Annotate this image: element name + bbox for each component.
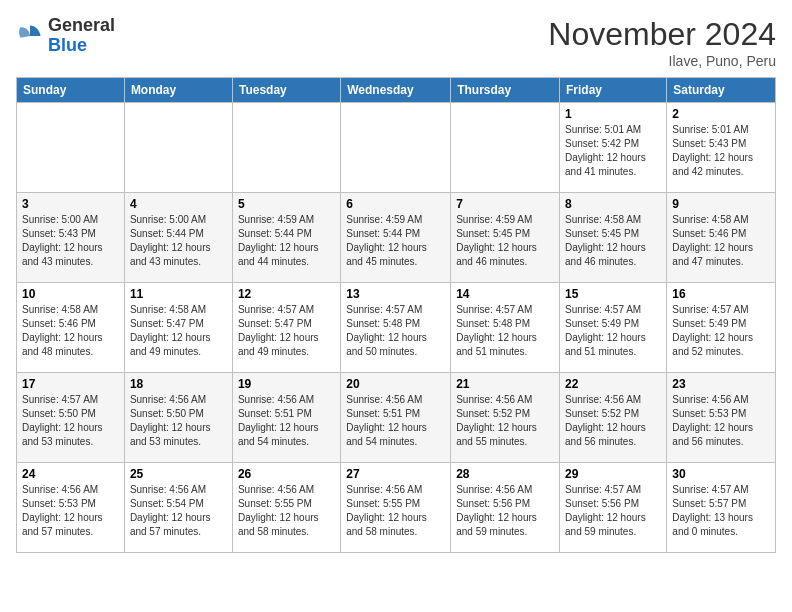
day-number: 30 — [672, 467, 770, 481]
day-cell: 13Sunrise: 4:57 AM Sunset: 5:48 PM Dayli… — [341, 283, 451, 373]
day-info: Sunrise: 4:57 AM Sunset: 5:48 PM Dayligh… — [346, 303, 445, 359]
day-cell: 20Sunrise: 4:56 AM Sunset: 5:51 PM Dayli… — [341, 373, 451, 463]
day-info: Sunrise: 4:56 AM Sunset: 5:50 PM Dayligh… — [130, 393, 227, 449]
week-row-5: 24Sunrise: 4:56 AM Sunset: 5:53 PM Dayli… — [17, 463, 776, 553]
day-cell: 17Sunrise: 4:57 AM Sunset: 5:50 PM Dayli… — [17, 373, 125, 463]
day-info: Sunrise: 4:56 AM Sunset: 5:54 PM Dayligh… — [130, 483, 227, 539]
day-cell: 4Sunrise: 5:00 AM Sunset: 5:44 PM Daylig… — [124, 193, 232, 283]
day-info: Sunrise: 4:58 AM Sunset: 5:45 PM Dayligh… — [565, 213, 661, 269]
day-cell: 21Sunrise: 4:56 AM Sunset: 5:52 PM Dayli… — [451, 373, 560, 463]
title-block: November 2024 Ilave, Puno, Peru — [548, 16, 776, 69]
day-info: Sunrise: 4:56 AM Sunset: 5:55 PM Dayligh… — [346, 483, 445, 539]
day-number: 16 — [672, 287, 770, 301]
day-info: Sunrise: 4:56 AM Sunset: 5:55 PM Dayligh… — [238, 483, 335, 539]
day-cell: 18Sunrise: 4:56 AM Sunset: 5:50 PM Dayli… — [124, 373, 232, 463]
day-info: Sunrise: 4:57 AM Sunset: 5:47 PM Dayligh… — [238, 303, 335, 359]
day-info: Sunrise: 5:00 AM Sunset: 5:44 PM Dayligh… — [130, 213, 227, 269]
day-cell — [124, 103, 232, 193]
day-info: Sunrise: 4:57 AM Sunset: 5:57 PM Dayligh… — [672, 483, 770, 539]
location-subtitle: Ilave, Puno, Peru — [548, 53, 776, 69]
day-info: Sunrise: 4:56 AM Sunset: 5:56 PM Dayligh… — [456, 483, 554, 539]
day-info: Sunrise: 5:01 AM Sunset: 5:43 PM Dayligh… — [672, 123, 770, 179]
month-title: November 2024 — [548, 16, 776, 53]
day-number: 10 — [22, 287, 119, 301]
day-number: 21 — [456, 377, 554, 391]
day-info: Sunrise: 5:00 AM Sunset: 5:43 PM Dayligh… — [22, 213, 119, 269]
day-cell: 8Sunrise: 4:58 AM Sunset: 5:45 PM Daylig… — [560, 193, 667, 283]
day-cell: 22Sunrise: 4:56 AM Sunset: 5:52 PM Dayli… — [560, 373, 667, 463]
day-cell: 25Sunrise: 4:56 AM Sunset: 5:54 PM Dayli… — [124, 463, 232, 553]
day-cell: 12Sunrise: 4:57 AM Sunset: 5:47 PM Dayli… — [232, 283, 340, 373]
day-number: 20 — [346, 377, 445, 391]
week-row-3: 10Sunrise: 4:58 AM Sunset: 5:46 PM Dayli… — [17, 283, 776, 373]
day-number: 2 — [672, 107, 770, 121]
day-info: Sunrise: 5:01 AM Sunset: 5:42 PM Dayligh… — [565, 123, 661, 179]
calendar-table: SundayMondayTuesdayWednesdayThursdayFrid… — [16, 77, 776, 553]
logo-blue-text: Blue — [48, 35, 87, 55]
day-cell: 6Sunrise: 4:59 AM Sunset: 5:44 PM Daylig… — [341, 193, 451, 283]
day-number: 22 — [565, 377, 661, 391]
day-number: 7 — [456, 197, 554, 211]
page-header: General Blue November 2024 Ilave, Puno, … — [16, 16, 776, 69]
day-number: 4 — [130, 197, 227, 211]
day-number: 29 — [565, 467, 661, 481]
day-info: Sunrise: 4:57 AM Sunset: 5:56 PM Dayligh… — [565, 483, 661, 539]
weekday-header-thursday: Thursday — [451, 78, 560, 103]
day-number: 18 — [130, 377, 227, 391]
weekday-header-wednesday: Wednesday — [341, 78, 451, 103]
day-info: Sunrise: 4:56 AM Sunset: 5:52 PM Dayligh… — [456, 393, 554, 449]
day-cell: 30Sunrise: 4:57 AM Sunset: 5:57 PM Dayli… — [667, 463, 776, 553]
day-cell: 7Sunrise: 4:59 AM Sunset: 5:45 PM Daylig… — [451, 193, 560, 283]
day-number: 6 — [346, 197, 445, 211]
day-cell: 14Sunrise: 4:57 AM Sunset: 5:48 PM Dayli… — [451, 283, 560, 373]
day-info: Sunrise: 4:56 AM Sunset: 5:53 PM Dayligh… — [672, 393, 770, 449]
day-info: Sunrise: 4:56 AM Sunset: 5:53 PM Dayligh… — [22, 483, 119, 539]
weekday-header-monday: Monday — [124, 78, 232, 103]
weekday-header-friday: Friday — [560, 78, 667, 103]
day-cell: 26Sunrise: 4:56 AM Sunset: 5:55 PM Dayli… — [232, 463, 340, 553]
day-number: 9 — [672, 197, 770, 211]
day-info: Sunrise: 4:57 AM Sunset: 5:49 PM Dayligh… — [565, 303, 661, 359]
day-number: 23 — [672, 377, 770, 391]
day-info: Sunrise: 4:59 AM Sunset: 5:45 PM Dayligh… — [456, 213, 554, 269]
day-cell — [451, 103, 560, 193]
day-number: 15 — [565, 287, 661, 301]
weekday-header-sunday: Sunday — [17, 78, 125, 103]
day-number: 14 — [456, 287, 554, 301]
day-info: Sunrise: 4:59 AM Sunset: 5:44 PM Dayligh… — [346, 213, 445, 269]
week-row-2: 3Sunrise: 5:00 AM Sunset: 5:43 PM Daylig… — [17, 193, 776, 283]
day-cell: 9Sunrise: 4:58 AM Sunset: 5:46 PM Daylig… — [667, 193, 776, 283]
day-number: 24 — [22, 467, 119, 481]
day-cell: 29Sunrise: 4:57 AM Sunset: 5:56 PM Dayli… — [560, 463, 667, 553]
day-number: 28 — [456, 467, 554, 481]
day-info: Sunrise: 4:56 AM Sunset: 5:51 PM Dayligh… — [238, 393, 335, 449]
day-number: 27 — [346, 467, 445, 481]
day-cell: 2Sunrise: 5:01 AM Sunset: 5:43 PM Daylig… — [667, 103, 776, 193]
day-number: 11 — [130, 287, 227, 301]
day-number: 13 — [346, 287, 445, 301]
day-cell: 1Sunrise: 5:01 AM Sunset: 5:42 PM Daylig… — [560, 103, 667, 193]
day-cell: 19Sunrise: 4:56 AM Sunset: 5:51 PM Dayli… — [232, 373, 340, 463]
day-cell: 11Sunrise: 4:58 AM Sunset: 5:47 PM Dayli… — [124, 283, 232, 373]
day-cell: 23Sunrise: 4:56 AM Sunset: 5:53 PM Dayli… — [667, 373, 776, 463]
day-cell: 28Sunrise: 4:56 AM Sunset: 5:56 PM Dayli… — [451, 463, 560, 553]
weekday-header-tuesday: Tuesday — [232, 78, 340, 103]
day-number: 12 — [238, 287, 335, 301]
day-cell: 3Sunrise: 5:00 AM Sunset: 5:43 PM Daylig… — [17, 193, 125, 283]
day-info: Sunrise: 4:56 AM Sunset: 5:51 PM Dayligh… — [346, 393, 445, 449]
day-number: 1 — [565, 107, 661, 121]
day-info: Sunrise: 4:58 AM Sunset: 5:47 PM Dayligh… — [130, 303, 227, 359]
day-cell — [17, 103, 125, 193]
day-cell: 24Sunrise: 4:56 AM Sunset: 5:53 PM Dayli… — [17, 463, 125, 553]
logo: General Blue — [16, 16, 115, 56]
week-row-1: 1Sunrise: 5:01 AM Sunset: 5:42 PM Daylig… — [17, 103, 776, 193]
day-number: 8 — [565, 197, 661, 211]
day-number: 26 — [238, 467, 335, 481]
day-info: Sunrise: 4:58 AM Sunset: 5:46 PM Dayligh… — [22, 303, 119, 359]
day-info: Sunrise: 4:58 AM Sunset: 5:46 PM Dayligh… — [672, 213, 770, 269]
day-info: Sunrise: 4:57 AM Sunset: 5:48 PM Dayligh… — [456, 303, 554, 359]
logo-icon — [16, 22, 44, 50]
day-cell: 15Sunrise: 4:57 AM Sunset: 5:49 PM Dayli… — [560, 283, 667, 373]
weekday-header-row: SundayMondayTuesdayWednesdayThursdayFrid… — [17, 78, 776, 103]
day-number: 25 — [130, 467, 227, 481]
